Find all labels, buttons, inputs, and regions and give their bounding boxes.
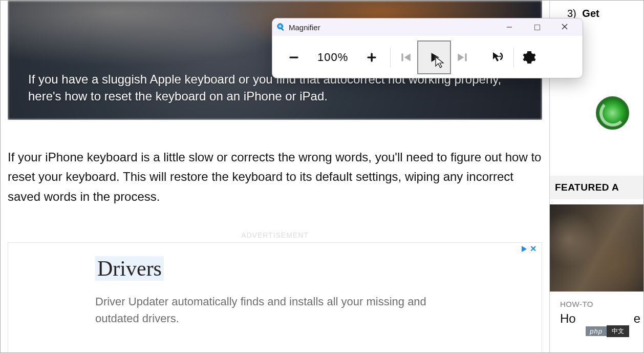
sidebar-article-thumbnail[interactable] [550,204,643,292]
sidebar-list-number: 3) [567,8,576,19]
sidebar-featured-heading: FEATURED A [550,176,643,199]
svg-marker-15 [493,52,500,61]
svg-marker-11 [404,53,411,61]
svg-rect-9 [371,53,373,61]
svg-rect-14 [465,53,467,61]
zoom-level-display: 100% [308,51,357,64]
svg-rect-7 [289,56,298,58]
close-button[interactable] [551,18,578,36]
gear-icon [523,51,536,64]
adchoices-icon[interactable] [522,246,527,252]
ad-close-icon[interactable]: ✕ [530,246,536,252]
magnifier-title-text: Magnifier [289,23,496,32]
play-icon [427,51,441,64]
magnifier-app-icon [276,23,286,32]
minus-icon [287,51,300,64]
next-sentence-button[interactable] [451,43,474,72]
settings-button[interactable] [518,43,541,72]
sidebar-article-category: HOW-TO [550,292,643,308]
previous-icon [399,51,413,64]
plus-icon [365,51,378,64]
minimize-button[interactable] [496,18,523,36]
play-reading-button[interactable] [417,40,451,74]
ad-description: Driver Updater automatically finds and i… [95,293,470,327]
swirl-logo-icon[interactable] [596,96,629,130]
toolbar-separator [390,48,391,67]
previous-sentence-button[interactable] [395,43,417,72]
article-paragraph: If your iPhone keyboard is a little slow… [1,120,549,206]
svg-marker-12 [432,53,439,61]
sidebar-list-text: Get [582,8,599,19]
advertisement-label: ADVERTISEMENT [1,231,549,239]
zoom-in-button[interactable] [357,43,386,72]
zoom-out-button[interactable] [280,43,308,72]
svg-rect-10 [402,53,403,61]
read-from-cursor-button[interactable] [487,43,509,72]
cursor-sound-icon [491,51,505,64]
maximize-button[interactable] [523,18,551,36]
magnifier-toolbar: 100% [272,36,583,78]
svg-marker-13 [458,53,464,61]
svg-rect-1 [281,28,284,31]
magnifier-titlebar[interactable]: Magnifier [272,18,583,36]
sidebar-list-item[interactable]: 3) Get [550,1,643,19]
close-icon [561,23,568,32]
sidebar-article-title[interactable]: Ho e [550,308,643,326]
advertisement-box[interactable]: ✕ Drivers Driver Updater automatically f… [8,242,542,353]
ad-headline: Drivers [95,256,164,281]
toolbar-separator [513,48,514,67]
maximize-icon [534,25,540,30]
php-watermark-badge: php 中文 [586,325,629,337]
badge-right: 中文 [607,325,629,337]
next-icon [456,51,469,64]
badge-left: php [586,326,607,336]
svg-point-16 [500,55,501,57]
magnifier-window[interactable]: Magnifier 100% [272,18,583,78]
